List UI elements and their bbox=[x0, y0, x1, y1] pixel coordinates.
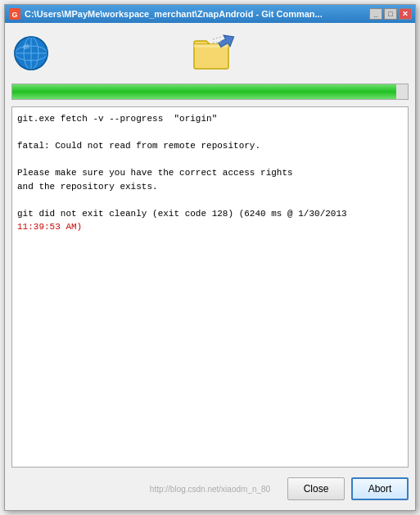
svg-rect-9 bbox=[194, 44, 228, 69]
console-line: and the repository exists. bbox=[17, 180, 403, 194]
progress-bar-fill bbox=[12, 84, 396, 99]
close-window-button[interactable]: ✕ bbox=[399, 8, 412, 20]
window-body: git.exe fetch -v --progress "origin" fat… bbox=[5, 23, 415, 510]
svg-line-12 bbox=[213, 37, 221, 39]
window-icon: G bbox=[8, 7, 21, 20]
folder-arrow-icon bbox=[190, 33, 239, 74]
console-output: git.exe fetch -v --progress "origin" fat… bbox=[11, 106, 409, 468]
console-error-line: 11:39:53 AM) bbox=[17, 220, 403, 234]
svg-text:G: G bbox=[11, 11, 17, 19]
console-line: git did not exit cleanly (exit code 128)… bbox=[17, 207, 403, 221]
progress-bar-container bbox=[11, 84, 409, 100]
header-icons bbox=[11, 29, 409, 77]
abort-button[interactable]: Abort bbox=[351, 477, 409, 500]
console-line: git.exe fetch -v --progress "origin" bbox=[17, 112, 403, 126]
console-line: fatal: Could not read from remote reposi… bbox=[17, 139, 403, 153]
watermark: http://blog.csdn.net/xiaodm_n_80 bbox=[11, 485, 409, 494]
title-bar: G C:\Users\MPayMe\workspace_merchant\Zna… bbox=[5, 5, 415, 23]
globe-icon bbox=[11, 34, 51, 73]
main-window: G C:\Users\MPayMe\workspace_merchant\Zna… bbox=[4, 4, 416, 511]
console-line: Please make sure you have the correct ac… bbox=[17, 166, 403, 180]
minimize-button[interactable]: _ bbox=[369, 8, 382, 20]
title-text: C:\Users\MPayMe\workspace_merchant\ZnapA… bbox=[25, 9, 369, 19]
title-buttons: _ □ ✕ bbox=[369, 8, 412, 20]
close-button[interactable]: Close bbox=[287, 477, 345, 500]
footer: http://blog.csdn.net/xiaodm_n_80 Close A… bbox=[11, 474, 409, 504]
maximize-button[interactable]: □ bbox=[384, 8, 397, 20]
